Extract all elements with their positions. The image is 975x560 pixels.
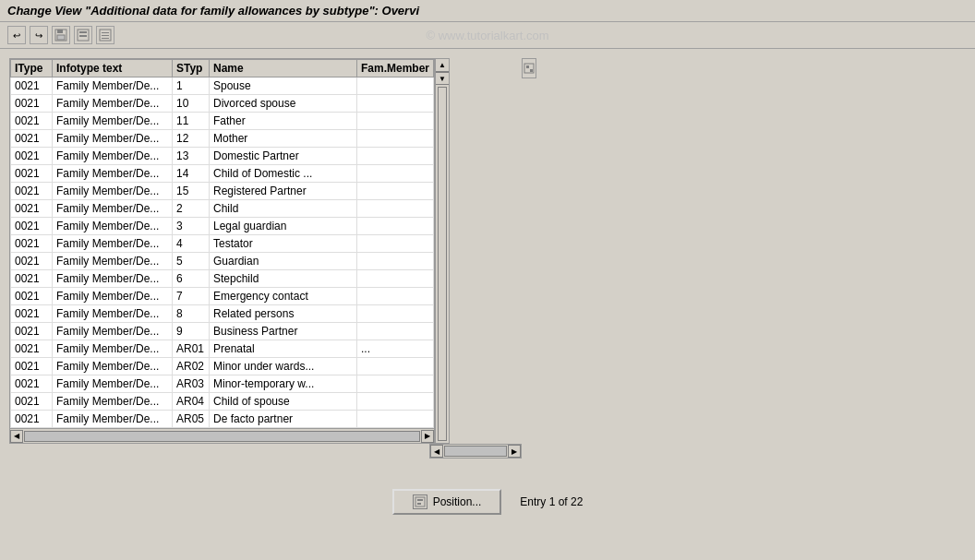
cell-infotext: Family Member/De... [53, 393, 173, 411]
cell-name: Spouse [210, 77, 357, 95]
cell-styp: AR05 [173, 411, 210, 428]
cell-itype: 0021 [11, 270, 53, 288]
h-scrollbar-right[interactable]: ◀ ▶ [429, 444, 522, 459]
h-scroll2-left-btn[interactable]: ◀ [430, 445, 443, 458]
back-icon[interactable]: ↩ [7, 26, 26, 44]
cell-name: Divorced spouse [210, 95, 357, 113]
cell-name: Stepchild [210, 270, 357, 288]
cell-styp: 3 [173, 218, 210, 235]
v-scroll-up-btn[interactable]: ▲ [436, 59, 449, 72]
position-button[interactable]: Position... [392, 489, 502, 515]
cell-itype: 0021 [11, 340, 53, 358]
table-row[interactable]: 0021Family Member/De...AR04Child of spou… [11, 393, 434, 411]
cell-famMember [357, 411, 434, 428]
table-row[interactable]: 0021Family Member/De...1Spouse [11, 77, 434, 95]
forward-icon[interactable]: ↪ [30, 26, 48, 44]
cell-famMember [357, 323, 434, 340]
cell-famMember [357, 235, 434, 253]
cell-infotext: Family Member/De... [53, 77, 173, 95]
v-scroll-down-btn[interactable]: ▼ [436, 72, 449, 85]
h-scroll2-track[interactable] [444, 446, 507, 457]
table-row[interactable]: 0021Family Member/De...3Legal guardian [11, 218, 434, 235]
bottom-bar: Position... Entry 1 of 22 [0, 480, 975, 524]
table-row[interactable]: 0021Family Member/De...6Stepchild [11, 270, 434, 288]
table-row[interactable]: 0021Family Member/De...15Registered Part… [11, 183, 434, 200]
table-row[interactable]: 0021Family Member/De...13Domestic Partne… [11, 148, 434, 165]
table-row[interactable]: 0021Family Member/De...10Divorced spouse [11, 95, 434, 113]
bottom-left-spacer [9, 444, 429, 459]
table-row[interactable]: 0021Family Member/De...11Father [11, 113, 434, 130]
cell-infotext: Family Member/De... [53, 411, 173, 428]
cell-itype: 0021 [11, 200, 53, 218]
svg-rect-1 [57, 30, 63, 33]
svg-rect-2 [57, 35, 65, 40]
cell-infotext: Family Member/De... [53, 218, 173, 235]
table-row[interactable]: 0021Family Member/De...9Business Partner [11, 323, 434, 340]
table-box: IType Infotype text STyp Name Fam.Member… [9, 58, 435, 444]
table-row[interactable]: 0021Family Member/De...AR01Prenatal... [11, 340, 434, 358]
save-icon[interactable] [52, 26, 70, 44]
table-row[interactable]: 0021Family Member/De...12Mother [11, 130, 434, 148]
cell-styp: 10 [173, 95, 210, 113]
cell-itype: 0021 [11, 253, 53, 270]
h-scroll2-right-btn[interactable]: ▶ [508, 445, 521, 458]
cell-itype: 0021 [11, 375, 53, 393]
table-row[interactable]: 0021Family Member/De...AR03Minor-tempora… [11, 375, 434, 393]
svg-rect-4 [79, 31, 87, 33]
cell-styp: AR02 [173, 358, 210, 375]
cell-famMember [357, 218, 434, 235]
cell-styp: 2 [173, 200, 210, 218]
shortcut-icon[interactable] [74, 26, 92, 44]
col-name: Name [210, 60, 357, 77]
cell-styp: 11 [173, 113, 210, 130]
svg-rect-13 [415, 497, 425, 506]
cell-itype: 0021 [11, 113, 53, 130]
cell-styp: 6 [173, 270, 210, 288]
position-btn-icon [413, 494, 427, 509]
table-row[interactable]: 0021Family Member/De...4Testator [11, 235, 434, 253]
cell-infotext: Family Member/De... [53, 113, 173, 130]
h-scroll-right-btn[interactable]: ▶ [421, 430, 434, 443]
cell-itype: 0021 [11, 411, 53, 428]
table-row[interactable]: 0021Family Member/De...AR05De facto part… [11, 411, 434, 428]
main-content: IType Infotype text STyp Name Fam.Member… [0, 49, 975, 471]
table-row[interactable]: 0021Family Member/De...14Child of Domest… [11, 165, 434, 183]
cell-famMember [357, 130, 434, 148]
title-bar: Change View "Additional data for family … [0, 0, 975, 22]
cell-infotext: Family Member/De... [53, 235, 173, 253]
cell-itype: 0021 [11, 323, 53, 340]
table-row[interactable]: 0021Family Member/De...AR02Minor under w… [11, 358, 434, 375]
cell-itype: 0021 [11, 288, 53, 305]
cell-styp: AR01 [173, 340, 210, 358]
v-scrollbar[interactable]: ▲ ▼ [435, 58, 450, 444]
cell-infotext: Family Member/De... [53, 253, 173, 270]
cell-infotext: Family Member/De... [53, 305, 173, 323]
menu-icon[interactable] [96, 26, 114, 44]
svg-rect-9 [102, 38, 109, 39]
cell-famMember [357, 393, 434, 411]
table-row[interactable]: 0021Family Member/De...7Emergency contac… [11, 288, 434, 305]
cell-styp: 15 [173, 183, 210, 200]
col-styp: STyp [173, 60, 210, 77]
table-row[interactable]: 0021Family Member/De...8Related persons [11, 305, 434, 323]
cell-infotext: Family Member/De... [53, 270, 173, 288]
h-scroll-left-btn[interactable]: ◀ [10, 430, 23, 443]
svg-rect-5 [79, 35, 87, 37]
cell-itype: 0021 [11, 77, 53, 95]
cell-name: Emergency contact [210, 288, 357, 305]
table-header-row: IType Infotype text STyp Name Fam.Member [11, 60, 434, 77]
table-row[interactable]: 0021Family Member/De...5Guardian [11, 253, 434, 270]
cell-styp: 14 [173, 165, 210, 183]
cell-itype: 0021 [11, 130, 53, 148]
table-row[interactable]: 0021Family Member/De...2Child [11, 200, 434, 218]
h-scrollbar[interactable]: ◀ ▶ [10, 428, 434, 443]
table-outer-container: IType Infotype text STyp Name Fam.Member… [9, 58, 522, 459]
cell-infotext: Family Member/De... [53, 288, 173, 305]
cell-infotext: Family Member/De... [53, 340, 173, 358]
corner-button[interactable] [522, 58, 536, 78]
cell-famMember [357, 95, 434, 113]
cell-name: Related persons [210, 305, 357, 323]
cell-name: Guardian [210, 253, 357, 270]
h-scroll-track[interactable] [24, 431, 420, 442]
toolbar: ↩ ↪ © www.tutorialkart.com [0, 22, 975, 49]
